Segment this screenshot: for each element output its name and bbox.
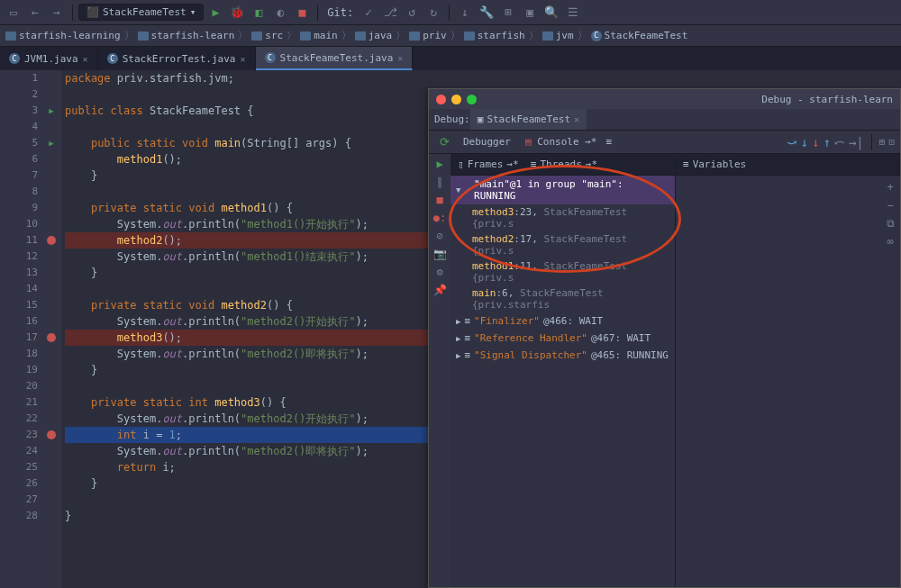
close-icon[interactable]: ✕ <box>83 54 88 64</box>
back-icon[interactable]: ← <box>25 3 45 23</box>
gutter[interactable] <box>41 151 61 167</box>
thread-row[interactable]: ▶ ≡ "Finalizer"@466: WAIT <box>450 312 675 330</box>
structure-icon[interactable]: ☰ <box>563 3 583 23</box>
build-icon[interactable]: ↓ <box>455 3 475 23</box>
stack-frame[interactable]: method1:11, StackFeameTest {priv.s <box>450 258 675 285</box>
breadcrumb-item[interactable]: jvm <box>542 30 574 41</box>
pin-icon[interactable]: 📌 <box>433 284 447 296</box>
close-dot[interactable] <box>436 95 446 104</box>
thread-main[interactable]: ▼ ✓ "main"@1 in group "main": RUNNING <box>450 176 675 204</box>
gutter[interactable] <box>41 200 61 216</box>
stack-frame[interactable]: main:6, StackFeameTest {priv.starfis <box>450 285 675 312</box>
gutter[interactable] <box>41 184 61 200</box>
gutter[interactable] <box>41 475 61 492</box>
breakpoint-icon[interactable] <box>41 330 61 346</box>
settings-icon[interactable]: ⊡ <box>888 136 895 148</box>
run-gutter-icon[interactable] <box>41 135 61 151</box>
menu-icon[interactable]: ▭ <box>4 3 23 23</box>
frames-panel[interactable]: ▼ ✓ "main"@1 in group "main": RUNNINGmet… <box>450 176 676 587</box>
breadcrumb-item[interactable]: java <box>355 30 393 41</box>
thread-row[interactable]: ▶ ≡ "Reference Handler"@467: WAIT <box>450 330 675 347</box>
code-line[interactable]: package priv.starfish.jvm; <box>65 70 901 86</box>
gutter[interactable] <box>41 508 61 524</box>
gutter[interactable] <box>41 70 61 86</box>
git-revert-icon[interactable]: ↻ <box>423 3 443 23</box>
git-history-icon[interactable]: ↺ <box>402 3 422 23</box>
close-icon[interactable]: ✕ <box>574 114 579 124</box>
breakpoints-icon[interactable]: ●: <box>433 212 446 224</box>
debug-icon[interactable]: 🐞 <box>227 3 247 23</box>
editor-tab[interactable]: CStackErrorTest.java✕ <box>98 47 256 70</box>
debugger-tab[interactable]: Debugger <box>458 136 516 148</box>
git-update-icon[interactable]: ✓ <box>359 3 378 23</box>
add-watch-icon[interactable]: + <box>887 181 893 194</box>
more-tabs-icon[interactable]: ≡ <box>605 136 612 148</box>
screen-icon[interactable]: ▣ <box>520 3 540 23</box>
profile-icon[interactable]: ◐ <box>270 3 290 23</box>
gutter-markers[interactable] <box>41 70 61 588</box>
dependencies-icon[interactable]: ⊞ <box>498 3 518 23</box>
run-gutter-icon[interactable] <box>41 103 61 119</box>
stop-debug-icon[interactable]: ■ <box>436 194 442 206</box>
gutter[interactable] <box>41 86 61 103</box>
pause-icon[interactable]: ∥ <box>437 176 442 188</box>
gutter[interactable] <box>41 313 61 330</box>
evaluate-icon[interactable]: ⊞ <box>879 136 886 148</box>
minimize-dot[interactable] <box>451 95 461 104</box>
gutter[interactable] <box>41 492 61 508</box>
rerun-icon[interactable]: ⟳ <box>434 132 454 152</box>
git-branch-icon[interactable]: ⎇ <box>380 3 400 23</box>
breakpoint-icon[interactable] <box>41 232 61 249</box>
breadcrumb-item[interactable]: src <box>251 30 283 41</box>
gutter[interactable] <box>41 394 61 411</box>
coverage-icon[interactable]: ◧ <box>249 3 268 23</box>
editor-tab[interactable]: CJVM1.java✕ <box>0 47 98 70</box>
breadcrumb-item[interactable]: priv <box>409 30 447 41</box>
run-to-cursor-icon[interactable]: →| <box>849 135 864 149</box>
run-icon[interactable]: ▶ <box>205 3 225 23</box>
close-icon[interactable]: ✕ <box>397 53 403 63</box>
gutter[interactable] <box>41 378 61 394</box>
gutter[interactable] <box>41 265 61 281</box>
step-into-icon[interactable]: ↓ <box>801 135 808 149</box>
breadcrumb-item[interactable]: starfish-learning <box>5 30 121 41</box>
variables-panel[interactable]: + − ⧉ ∞ <box>676 176 900 587</box>
link-icon[interactable]: ∞ <box>887 235 893 248</box>
stack-frame[interactable]: method2:17, StackFeameTest {priv.s <box>450 231 675 258</box>
gutter[interactable] <box>41 297 61 313</box>
wrench-icon[interactable]: 🔧 <box>477 3 496 23</box>
mute-bp-icon[interactable]: ⊘ <box>436 230 442 242</box>
search-icon[interactable]: 🔍 <box>542 3 561 23</box>
debug-titlebar[interactable]: Debug - starfish-learn <box>429 89 900 109</box>
duplicate-icon[interactable]: ⧉ <box>887 217 895 230</box>
step-out-icon[interactable]: ↑ <box>823 135 830 149</box>
breadcrumb-item[interactable]: starfish <box>464 30 525 41</box>
frames-header[interactable]: ▯ Frames →* ≡ Threads →* <box>450 158 676 170</box>
remove-watch-icon[interactable]: − <box>887 199 893 212</box>
gutter[interactable] <box>41 362 61 378</box>
resume-icon[interactable]: ▶ <box>436 158 442 170</box>
zoom-dot[interactable] <box>467 95 477 104</box>
stop-icon[interactable]: ■ <box>292 3 312 23</box>
variables-header[interactable]: ≡ Variables <box>676 158 753 170</box>
drop-frame-icon[interactable]: ⤺ <box>834 135 845 149</box>
gutter[interactable] <box>41 281 61 297</box>
settings-gear-icon[interactable]: ⚙ <box>436 266 442 278</box>
force-step-into-icon[interactable]: ↓ <box>812 135 819 149</box>
gutter[interactable] <box>41 249 61 265</box>
forward-icon[interactable]: → <box>47 3 67 23</box>
gutter[interactable] <box>41 216 61 232</box>
breakpoint-icon[interactable] <box>41 427 61 443</box>
gutter[interactable] <box>41 346 61 362</box>
run-configuration-select[interactable]: ⬛ StackFeameTest ▾ <box>78 4 204 21</box>
thread-row[interactable]: ▶ ≡ "Signal Dispatcher"@465: RUNNING <box>450 347 675 364</box>
gutter[interactable] <box>41 119 61 135</box>
breadcrumb-item[interactable]: main <box>300 30 338 41</box>
gutter[interactable] <box>41 459 61 475</box>
gutter[interactable] <box>41 443 61 459</box>
step-over-icon[interactable]: ⤻ <box>787 135 797 149</box>
gutter[interactable] <box>41 411 61 427</box>
breadcrumb-item[interactable]: starfish-learn <box>138 30 235 41</box>
editor-tab[interactable]: CStackFeameTest.java✕ <box>256 47 414 70</box>
thread-dump-icon[interactable]: 📷 <box>433 248 447 260</box>
